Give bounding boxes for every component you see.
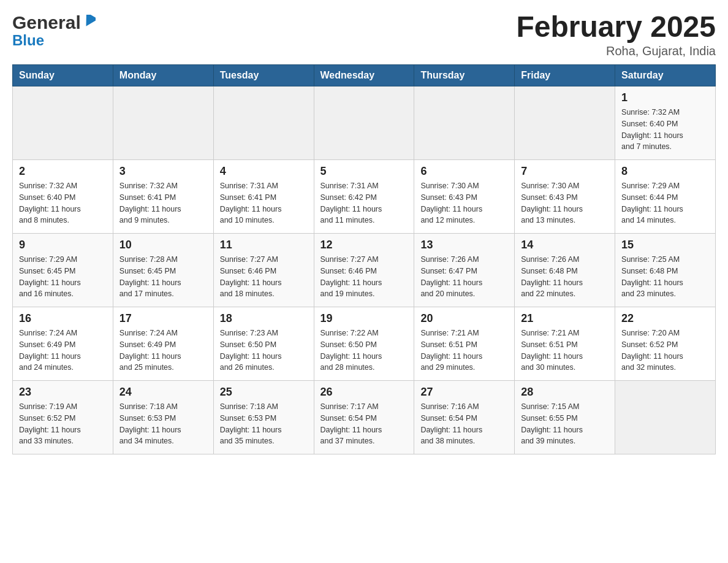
day-number: 17: [119, 312, 207, 325]
day-number: 10: [119, 239, 207, 251]
day-number: 15: [621, 239, 709, 251]
calendar-cell: 4Sunrise: 7:31 AM Sunset: 6:41 PM Daylig…: [213, 160, 314, 234]
calendar-cell: 9Sunrise: 7:29 AM Sunset: 6:45 PM Daylig…: [13, 234, 113, 307]
day-info: Sunrise: 7:18 AM Sunset: 6:53 PM Dayligh…: [119, 401, 207, 447]
logo-arrow-icon: [82, 15, 96, 28]
day-info: Sunrise: 7:21 AM Sunset: 6:51 PM Dayligh…: [420, 327, 508, 373]
page-header: General Blue February 2025 Roha, Gujarat…: [12, 12, 716, 58]
day-info: Sunrise: 7:25 AM Sunset: 6:48 PM Dayligh…: [621, 254, 709, 300]
day-number: 21: [521, 312, 609, 325]
day-info: Sunrise: 7:32 AM Sunset: 6:41 PM Dayligh…: [119, 180, 207, 226]
logo-blue: Blue: [12, 32, 96, 49]
calendar-cell: 17Sunrise: 7:24 AM Sunset: 6:49 PM Dayli…: [113, 307, 213, 381]
day-number: 16: [19, 312, 107, 325]
day-info: Sunrise: 7:24 AM Sunset: 6:49 PM Dayligh…: [119, 327, 207, 373]
logo-general: General: [12, 12, 81, 33]
day-number: 27: [420, 386, 508, 399]
calendar-cell: 19Sunrise: 7:22 AM Sunset: 6:50 PM Dayli…: [314, 307, 414, 381]
day-info: Sunrise: 7:16 AM Sunset: 6:54 PM Dayligh…: [420, 401, 508, 447]
day-number: 11: [220, 239, 308, 251]
day-number: 2: [19, 165, 107, 178]
calendar-cell: 3Sunrise: 7:32 AM Sunset: 6:41 PM Daylig…: [113, 160, 213, 234]
calendar-table: Sunday Monday Tuesday Wednesday Thursday…: [12, 64, 716, 454]
calendar-cell: [13, 86, 113, 160]
day-number: 20: [420, 312, 508, 325]
header-sunday: Sunday: [13, 65, 113, 86]
day-number: 22: [621, 312, 709, 325]
calendar-week-2: 2Sunrise: 7:32 AM Sunset: 6:40 PM Daylig…: [13, 160, 716, 234]
day-info: Sunrise: 7:18 AM Sunset: 6:53 PM Dayligh…: [220, 401, 308, 447]
day-number: 19: [320, 312, 408, 325]
header-friday: Friday: [515, 65, 615, 86]
calendar-cell: [113, 86, 213, 160]
day-info: Sunrise: 7:15 AM Sunset: 6:55 PM Dayligh…: [521, 401, 609, 447]
calendar-cell: [314, 86, 414, 160]
calendar-cell: 22Sunrise: 7:20 AM Sunset: 6:52 PM Dayli…: [615, 307, 716, 381]
day-info: Sunrise: 7:28 AM Sunset: 6:45 PM Dayligh…: [119, 254, 207, 300]
logo: General Blue: [12, 12, 96, 49]
calendar-cell: 11Sunrise: 7:27 AM Sunset: 6:46 PM Dayli…: [213, 234, 314, 307]
calendar-week-3: 9Sunrise: 7:29 AM Sunset: 6:45 PM Daylig…: [13, 234, 716, 307]
day-number: 9: [19, 239, 107, 251]
calendar-cell: [615, 381, 716, 454]
calendar-cell: 28Sunrise: 7:15 AM Sunset: 6:55 PM Dayli…: [515, 381, 615, 454]
day-number: 24: [119, 386, 207, 399]
calendar-week-4: 16Sunrise: 7:24 AM Sunset: 6:49 PM Dayli…: [13, 307, 716, 381]
day-info: Sunrise: 7:29 AM Sunset: 6:45 PM Dayligh…: [19, 254, 107, 300]
calendar-cell: 18Sunrise: 7:23 AM Sunset: 6:50 PM Dayli…: [213, 307, 314, 381]
header-wednesday: Wednesday: [314, 65, 414, 86]
day-info: Sunrise: 7:32 AM Sunset: 6:40 PM Dayligh…: [19, 180, 107, 226]
day-info: Sunrise: 7:30 AM Sunset: 6:43 PM Dayligh…: [420, 180, 508, 226]
calendar-cell: 2Sunrise: 7:32 AM Sunset: 6:40 PM Daylig…: [13, 160, 113, 234]
day-info: Sunrise: 7:31 AM Sunset: 6:42 PM Dayligh…: [320, 180, 408, 226]
header-monday: Monday: [113, 65, 213, 86]
calendar-cell: 8Sunrise: 7:29 AM Sunset: 6:44 PM Daylig…: [615, 160, 716, 234]
day-number: 5: [320, 165, 408, 178]
location: Roha, Gujarat, India: [516, 44, 716, 58]
calendar-cell: 20Sunrise: 7:21 AM Sunset: 6:51 PM Dayli…: [414, 307, 515, 381]
day-info: Sunrise: 7:27 AM Sunset: 6:46 PM Dayligh…: [320, 254, 408, 300]
day-number: 3: [119, 165, 207, 178]
day-info: Sunrise: 7:24 AM Sunset: 6:49 PM Dayligh…: [19, 327, 107, 373]
calendar-header-row: Sunday Monday Tuesday Wednesday Thursday…: [13, 65, 716, 86]
calendar-cell: 24Sunrise: 7:18 AM Sunset: 6:53 PM Dayli…: [113, 381, 213, 454]
day-info: Sunrise: 7:17 AM Sunset: 6:54 PM Dayligh…: [320, 401, 408, 447]
day-info: Sunrise: 7:23 AM Sunset: 6:50 PM Dayligh…: [220, 327, 308, 373]
header-saturday: Saturday: [615, 65, 716, 86]
day-info: Sunrise: 7:31 AM Sunset: 6:41 PM Dayligh…: [220, 180, 308, 226]
calendar-cell: 10Sunrise: 7:28 AM Sunset: 6:45 PM Dayli…: [113, 234, 213, 307]
day-number: 6: [420, 165, 508, 178]
calendar-week-1: 1Sunrise: 7:32 AM Sunset: 6:40 PM Daylig…: [13, 86, 716, 160]
day-info: Sunrise: 7:29 AM Sunset: 6:44 PM Dayligh…: [621, 180, 709, 226]
title-block: February 2025 Roha, Gujarat, India: [516, 12, 716, 58]
svg-marker-0: [82, 15, 96, 28]
day-info: Sunrise: 7:32 AM Sunset: 6:40 PM Dayligh…: [621, 107, 709, 153]
day-number: 1: [621, 91, 709, 104]
calendar-week-5: 23Sunrise: 7:19 AM Sunset: 6:52 PM Dayli…: [13, 381, 716, 454]
day-number: 26: [320, 386, 408, 399]
day-number: 8: [621, 165, 709, 178]
day-info: Sunrise: 7:21 AM Sunset: 6:51 PM Dayligh…: [521, 327, 609, 373]
day-info: Sunrise: 7:26 AM Sunset: 6:47 PM Dayligh…: [420, 254, 508, 300]
calendar-cell: [213, 86, 314, 160]
day-number: 25: [220, 386, 308, 399]
day-number: 14: [521, 239, 609, 251]
day-info: Sunrise: 7:20 AM Sunset: 6:52 PM Dayligh…: [621, 327, 709, 373]
calendar-cell: 23Sunrise: 7:19 AM Sunset: 6:52 PM Dayli…: [13, 381, 113, 454]
calendar-cell: 6Sunrise: 7:30 AM Sunset: 6:43 PM Daylig…: [414, 160, 515, 234]
calendar-cell: 27Sunrise: 7:16 AM Sunset: 6:54 PM Dayli…: [414, 381, 515, 454]
calendar-cell: 15Sunrise: 7:25 AM Sunset: 6:48 PM Dayli…: [615, 234, 716, 307]
day-number: 7: [521, 165, 609, 178]
day-info: Sunrise: 7:26 AM Sunset: 6:48 PM Dayligh…: [521, 254, 609, 300]
day-info: Sunrise: 7:27 AM Sunset: 6:46 PM Dayligh…: [220, 254, 308, 300]
calendar-cell: 14Sunrise: 7:26 AM Sunset: 6:48 PM Dayli…: [515, 234, 615, 307]
calendar-cell: 16Sunrise: 7:24 AM Sunset: 6:49 PM Dayli…: [13, 307, 113, 381]
day-number: 13: [420, 239, 508, 251]
header-thursday: Thursday: [414, 65, 515, 86]
day-info: Sunrise: 7:22 AM Sunset: 6:50 PM Dayligh…: [320, 327, 408, 373]
calendar-cell: 5Sunrise: 7:31 AM Sunset: 6:42 PM Daylig…: [314, 160, 414, 234]
day-number: 12: [320, 239, 408, 251]
calendar-cell: 7Sunrise: 7:30 AM Sunset: 6:43 PM Daylig…: [515, 160, 615, 234]
day-info: Sunrise: 7:19 AM Sunset: 6:52 PM Dayligh…: [19, 401, 107, 447]
month-title: February 2025: [516, 12, 716, 42]
